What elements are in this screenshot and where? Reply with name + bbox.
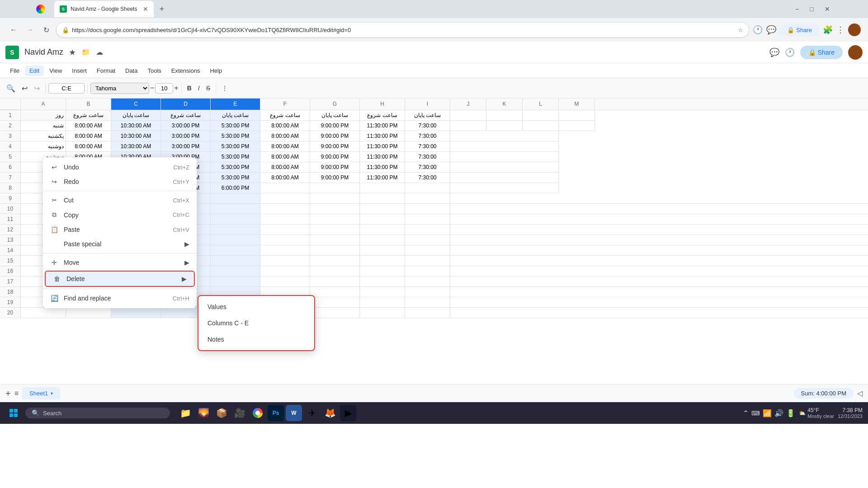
cell-e4[interactable]: 5:30:00 PM	[211, 141, 260, 152]
history-app-icon[interactable]: 🕐	[785, 47, 795, 57]
forward-button[interactable]: →	[24, 23, 36, 36]
tab-close-icon[interactable]: ✕	[143, 5, 148, 13]
menu-view[interactable]: View	[45, 66, 66, 76]
cell-a2[interactable]: شنبه	[21, 121, 66, 131]
taskbar-app-word[interactable]: W	[286, 405, 302, 421]
cell-j1[interactable]	[450, 110, 486, 121]
sheet-list-button[interactable]: ≡	[14, 389, 19, 398]
menu-paste-special-option[interactable]: Paste special ▶	[43, 237, 197, 251]
new-tab-button[interactable]: +	[156, 3, 168, 15]
cell-h8[interactable]	[360, 183, 405, 193]
search-toolbar-btn[interactable]: 🔍	[4, 82, 18, 94]
taskbar-keyboard-icon[interactable]: ⌨	[751, 410, 760, 417]
cell-c4[interactable]: 10:30:00 AM	[111, 141, 161, 152]
submenu-values-option[interactable]: Values	[198, 299, 314, 315]
col-header-a[interactable]: A	[21, 99, 66, 110]
taskbar-up-arrow[interactable]: ⌃	[743, 409, 749, 418]
cell-i8[interactable]	[405, 183, 450, 193]
col-header-m[interactable]: M	[559, 99, 595, 110]
avatar[interactable]	[848, 23, 861, 36]
font-name-select[interactable]: Tahoma	[90, 83, 149, 94]
taskbar-datetime[interactable]: 7:38 PM 12/31/2023	[838, 407, 863, 419]
back-button[interactable]: ←	[7, 23, 20, 36]
cell-h6[interactable]: 11:30:00 PM	[360, 162, 405, 173]
menu-extensions[interactable]: Extensions	[167, 66, 205, 76]
comment-icon[interactable]: 💬	[769, 47, 779, 57]
cell-i3[interactable]: 7:30:00	[405, 131, 450, 141]
col-header-f[interactable]: F	[260, 99, 310, 110]
menu-icon[interactable]: ⋮	[836, 25, 844, 35]
cell-g4[interactable]: 9:00:00 PM	[310, 141, 360, 152]
font-size-input[interactable]	[155, 83, 173, 94]
cell-h3[interactable]: 11:30:00 PM	[360, 131, 405, 141]
cell-f6[interactable]: 8:00:00 AM	[260, 162, 310, 173]
cell-j2[interactable]	[450, 121, 486, 131]
expand-button[interactable]: ◁	[857, 389, 863, 398]
cell-l2[interactable]	[523, 121, 559, 131]
cell-i7[interactable]: 7:30:00	[405, 173, 450, 183]
menu-edit[interactable]: Edit	[25, 66, 44, 76]
cell-c2[interactable]: 10:30:00 AM	[111, 121, 161, 131]
italic-btn[interactable]: I	[195, 83, 203, 94]
taskbar-app-teams[interactable]: 🎥	[231, 405, 248, 421]
cell-g8[interactable]	[310, 183, 360, 193]
cell-e2[interactable]: 5:30:00 PM	[211, 121, 260, 131]
undo-toolbar-btn[interactable]: ↩	[19, 82, 30, 94]
cell-f3[interactable]: 8:00:00 AM	[260, 131, 310, 141]
cell-i5[interactable]: 7:30:00	[405, 152, 450, 162]
cell-f1[interactable]: ساعت شروع	[260, 110, 310, 121]
taskbar-battery-icon[interactable]: 🔋	[786, 409, 795, 418]
taskbar-app-file-explorer[interactable]: 📁	[177, 405, 193, 421]
cell-g5[interactable]: 9:00:00 PM	[310, 152, 360, 162]
chat-icon[interactable]: 💬	[766, 25, 776, 35]
cell-h7[interactable]: 11:30:00 PM	[360, 173, 405, 183]
cell-m1[interactable]	[559, 110, 595, 121]
refresh-button[interactable]: ↻	[40, 23, 52, 36]
more-formats-btn[interactable]: ⋮	[219, 83, 231, 94]
cell-a4[interactable]: دوشنبه	[21, 141, 66, 152]
font-size-increase[interactable]: +	[174, 84, 178, 92]
menu-data[interactable]: Data	[121, 66, 142, 76]
col-header-k[interactable]: K	[486, 99, 523, 110]
cell-i6[interactable]: 7:30:00	[405, 162, 450, 173]
menu-help[interactable]: Help	[205, 66, 226, 76]
col-header-h[interactable]: H	[360, 99, 405, 110]
cell-e7[interactable]: 5:30:00 PM	[211, 173, 260, 183]
cell-b3[interactable]: 8:00:00 AM	[66, 131, 111, 141]
menu-file[interactable]: File	[5, 66, 24, 76]
star-icon[interactable]: ★	[69, 47, 76, 57]
active-tab[interactable]: S Navid Amz - Google Sheets ✕	[54, 1, 154, 17]
taskbar-wifi-icon[interactable]: 📶	[763, 409, 772, 418]
menu-tools[interactable]: Tools	[143, 66, 165, 76]
add-sheet-button[interactable]: +	[5, 389, 11, 398]
cell-g2[interactable]: 9:00:00 PM	[310, 121, 360, 131]
font-size-decrease[interactable]: −	[150, 84, 154, 92]
cell-g6[interactable]: 9:00:00 PM	[310, 162, 360, 173]
cell-e6[interactable]: 5:30:00 PM	[211, 162, 260, 173]
cell-d2[interactable]: 3:00:00 PM	[161, 121, 211, 131]
cell-reference-input[interactable]	[48, 83, 85, 94]
menu-insert[interactable]: Insert	[67, 66, 91, 76]
windows-start-button[interactable]	[5, 405, 22, 421]
cell-f8[interactable]	[260, 183, 310, 193]
cell-e3[interactable]: 5:30:00 PM	[211, 131, 260, 141]
tab-bar-maximize[interactable]: □	[808, 5, 816, 13]
cloud-icon[interactable]: ☁	[96, 48, 103, 56]
cell-h1[interactable]: ساعت شروع	[360, 110, 405, 121]
cell-f7[interactable]: 8:00:00 AM	[260, 173, 310, 183]
cell-f4[interactable]: 8:00:00 AM	[260, 141, 310, 152]
history-icon[interactable]: 🕐	[753, 25, 763, 35]
taskbar-app-photos[interactable]: 🌄	[195, 405, 212, 421]
share-button[interactable]: 🔒 Share	[780, 24, 819, 36]
cell-c3[interactable]: 10:30:00 AM	[111, 131, 161, 141]
col-header-i[interactable]: I	[405, 99, 450, 110]
cell-k2[interactable]	[486, 121, 523, 131]
tab-bar-minimize[interactable]: −	[793, 5, 801, 13]
taskbar-app-chrome[interactable]	[250, 405, 266, 421]
cell-f5[interactable]: 8:00:00 AM	[260, 152, 310, 162]
cell-e8[interactable]: 6:00:00 PM	[211, 183, 260, 193]
menu-delete-option[interactable]: 🗑 Delete ▶	[45, 271, 195, 287]
user-avatar[interactable]	[848, 45, 863, 60]
cell-l1[interactable]	[523, 110, 559, 121]
taskbar-app-media[interactable]: ▶	[340, 405, 356, 421]
